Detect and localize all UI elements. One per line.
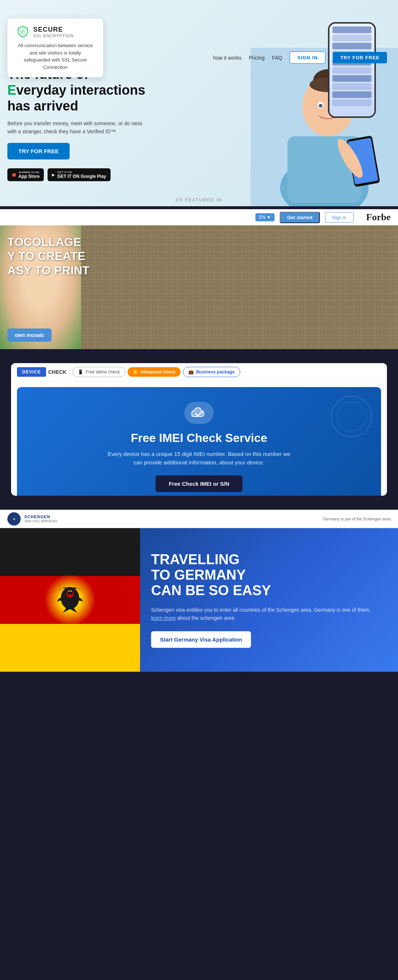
forbes-logo: Forbe: [366, 212, 391, 223]
phone-row-6: [333, 67, 371, 74]
store-badges: 🍎 Available on the App Store ▶ GET IT ON…: [7, 168, 147, 181]
divider-2: [0, 349, 398, 352]
visa-title: TRAVELLING TO GERMANY CAN BE SO EASY: [151, 552, 387, 598]
mosaic-signin-button[interactable]: Sign in: [325, 212, 354, 223]
schengen-tagline: AND VISA SERVICES: [24, 519, 57, 523]
section-visa: ★ SCHENGEN AND VISA SERVICES Germany is …: [0, 510, 398, 672]
hero-title-line3: h: [7, 98, 16, 113]
visa-title-line1: TRAVELLING: [151, 552, 387, 568]
mosaic-tiles: [81, 225, 398, 349]
flag-black: [0, 528, 140, 576]
visa-hero: TRAVELLING TO GERMANY CAN BE SO EASY Sch…: [0, 528, 398, 672]
mosaic-title-line1: TOCOLLAGE: [7, 235, 89, 249]
tab-advanced-check[interactable]: ⭐ Advanced check: [127, 367, 181, 377]
schengen-name: SCHENGEN: [24, 514, 57, 519]
phone-mockup: [328, 22, 376, 118]
visa-nav: ★ SCHENGEN AND VISA SERVICES Germany is …: [0, 510, 398, 528]
ssl-subtitle: SSL ENCRYPTION: [33, 33, 73, 38]
section-verified: ✓ SECURE SSL ENCRYPTION All communicatio…: [0, 0, 398, 206]
section-mosaic: EN ▼ Get started Sign in Forbe TOCOLLAGE…: [0, 209, 398, 349]
tab-free-demo[interactable]: 📱 Free demo check: [72, 367, 125, 377]
svg-text:★: ★: [13, 517, 16, 521]
imei-description: Every device has a unique 15 digit IMEI …: [107, 450, 291, 467]
hero-content: The future of Everyday interactions has …: [7, 66, 147, 181]
get-started-button[interactable]: Get started: [280, 212, 320, 223]
mosaic-title-line2: Y TO CREATE: [7, 249, 89, 263]
tab-device[interactable]: DEVICE: [17, 367, 46, 377]
schengen-logo: ★ SCHENGEN AND VISA SERVICES: [7, 512, 57, 525]
hero-highlight: E: [7, 83, 16, 98]
googleplay-label: GET IT ON Google Play: [57, 174, 106, 179]
googleplay-badge[interactable]: ▶ GET IT ON GET IT ON Google Play: [48, 168, 111, 181]
ssl-badge: ✓ SECURE SSL ENCRYPTION All communicatio…: [7, 18, 103, 77]
imei-hero: Free IMEI Check Service Every device has…: [17, 387, 381, 496]
eu-stars-icon: ★: [10, 514, 18, 523]
phone-screen: [330, 24, 374, 116]
ssl-title: SECURE: [33, 26, 73, 33]
svg-point-20: [67, 589, 73, 595]
phone-row-2: [333, 35, 371, 41]
svg-point-22: [70, 590, 72, 592]
star-icon: ⭐: [133, 369, 138, 375]
hero-description: Before you transfer money, meet with som…: [7, 119, 147, 136]
imei-card: DEVICE CHECK 📱 Free demo check ⭐ Advance…: [11, 363, 387, 496]
nav-how-it-works[interactable]: how it works: [213, 55, 241, 61]
appstore-badge[interactable]: 🍎 Available on the App Store: [7, 168, 44, 181]
ssl-badge-header: ✓ SECURE SSL ENCRYPTION: [16, 25, 94, 38]
nav-pricing[interactable]: Pricing: [249, 55, 264, 61]
imei-title: Free IMEI Check Service: [32, 431, 366, 445]
decorative-circle-right: [330, 395, 374, 439]
phone-row-9: [333, 91, 371, 98]
tab-check-label: CHECK: [48, 369, 67, 375]
visa-content: TRAVELLING TO GERMANY CAN BE SO EASY Sch…: [140, 528, 398, 672]
imei-tabs: DEVICE CHECK 📱 Free demo check ⭐ Advance…: [11, 363, 387, 381]
shield-icon: ✓: [16, 25, 29, 38]
signin-button[interactable]: SIGN IN: [290, 52, 325, 64]
svg-text:✓: ✓: [21, 29, 25, 34]
tab-business-package[interactable]: 💼 Business package: [183, 367, 240, 377]
german-eagle-icon: [48, 578, 92, 622]
ssl-description: All communication between service and si…: [16, 42, 94, 71]
phone-row-8: [333, 83, 371, 90]
cloud-check-icon: [190, 406, 208, 420]
phone-row-10: [333, 99, 371, 106]
mosaic-title-line3: ASY TO PRINT: [7, 263, 89, 277]
featured-text: AS FEATURED IN: [176, 197, 222, 202]
woman-illustration: [251, 48, 398, 206]
nav-faq[interactable]: FAQ: [272, 55, 282, 61]
phone-row-7: [333, 75, 371, 82]
visa-note: Germany is par of the Schengen area: [323, 517, 391, 521]
visa-apply-button[interactable]: Start Germany Visa Application: [151, 631, 251, 648]
svg-point-9: [319, 104, 322, 108]
german-flag-section: [0, 528, 140, 672]
phone-row-1: [333, 27, 371, 33]
mosaic-title: TOCOLLAGE Y TO CREATE ASY TO PRINT: [7, 235, 89, 277]
eagle-emblem: [44, 574, 96, 626]
hero-woman-image: [251, 48, 398, 206]
divider-3: [0, 507, 398, 510]
language-selector[interactable]: EN ▼: [255, 213, 275, 221]
try-for-free-button[interactable]: TRY FOR FREE: [7, 143, 70, 159]
section-imei: DEVICE CHECK 📱 Free demo check ⭐ Advance…: [0, 352, 398, 507]
imei-cloud-icon: [184, 402, 214, 424]
visa-description: Schengen visa entitles you to enter all …: [151, 606, 387, 622]
try-for-free-nav-button[interactable]: TRY FOR FREE: [333, 52, 387, 64]
apple-icon: 🍎: [12, 173, 16, 177]
svg-point-14: [331, 396, 372, 437]
visa-title-line2: TO GERMANY: [151, 568, 387, 583]
appstore-label: App Store: [18, 174, 40, 179]
svg-point-15: [337, 402, 366, 431]
divider-1: [0, 206, 398, 209]
mosaic-text-overlay: TOCOLLAGE Y TO CREATE ASY TO PRINT: [7, 235, 89, 277]
visa-title-line3: CAN BE SO EASY: [151, 583, 387, 598]
briefcase-icon: 💼: [188, 369, 194, 375]
phone-icon: 📱: [78, 369, 83, 375]
flag-gold: [0, 624, 140, 672]
imei-check-button[interactable]: Free Check IMEI or S/N: [156, 476, 242, 492]
svg-point-21: [68, 590, 70, 592]
play-icon: ▶: [52, 173, 55, 177]
learn-more-link[interactable]: learn more: [151, 615, 176, 621]
mosaic-cta-button[interactable]: own mosaic: [7, 329, 52, 342]
mosaic-nav: EN ▼ Get started Sign in Forbe: [0, 209, 398, 225]
schengen-emblem: ★: [7, 512, 21, 525]
